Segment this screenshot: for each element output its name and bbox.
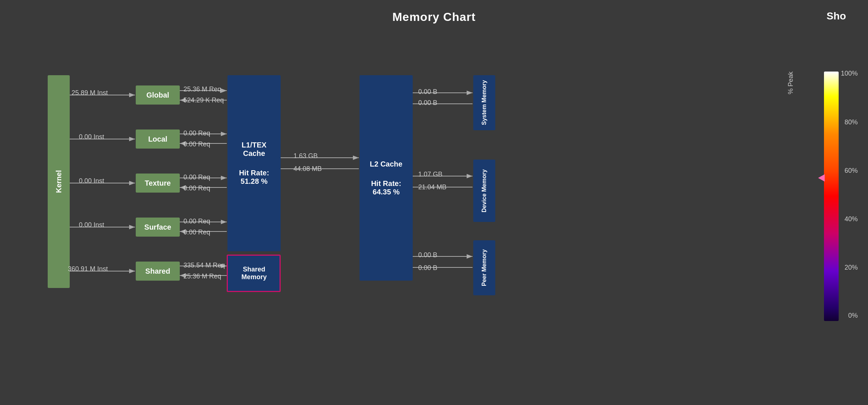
shared-memory-line2: Memory [241, 273, 267, 281]
l1-l2-label-1: 1.63 GB [293, 152, 318, 160]
color-bar [824, 72, 839, 321]
sys-mem-label-2: 0.00 B [418, 99, 437, 107]
legend-label-60: 60% [845, 167, 858, 175]
shared-box: Shared [136, 262, 180, 281]
legend-label-20: 20% [845, 264, 858, 271]
sys-mem-label-1: 0.00 B [418, 88, 437, 96]
page-title-right: Sho [827, 10, 846, 22]
inst-local-label: 0.00 Inst [79, 133, 104, 141]
req-shared-2-label: 25.36 M Req [183, 273, 221, 280]
inst-texture-label: 0.00 Inst [79, 177, 104, 185]
inst-surface-label: 0.00 Inst [79, 221, 104, 229]
local-box: Local [136, 129, 180, 149]
l2-cache-block: L2 Cache Hit Rate: 64.35 % [360, 75, 413, 281]
req-texture-1-label: 0.00 Req [183, 174, 210, 181]
legend-label-100: 100% [841, 70, 858, 77]
global-box: Global [136, 85, 180, 105]
surface-box: Surface [136, 218, 180, 237]
req-surface-1-label: 0.00 Req [183, 218, 210, 225]
inst-shared-label: 360.91 M Inst [68, 265, 108, 273]
legend-title: % Peak [787, 72, 795, 94]
dev-mem-label-1: 1.07 GB [418, 171, 442, 178]
l2-line2: Hit Rate: [371, 179, 401, 188]
arrows-overlay [0, 31, 868, 391]
req-global-1-label: 25.36 M Req [183, 85, 221, 93]
kernel-block: Kernel [48, 75, 70, 288]
l1tex-line4: 51.28 % [241, 177, 267, 186]
req-local-2-label: 0.00 Req [183, 141, 210, 148]
l2-line3: 64.35 % [373, 188, 400, 196]
req-global-2-label: 524.29 K Req [183, 96, 224, 104]
req-shared-1-label: 335.54 M Req [183, 262, 225, 269]
l1-l2-label-2: 44.08 MB [293, 165, 322, 173]
shared-memory-block: Shared Memory [227, 255, 281, 292]
page-title: Memory Chart [0, 0, 868, 31]
peer-mem-label-1: 0.00 B [418, 251, 437, 259]
req-texture-2-label: 0.00 Req [183, 185, 210, 192]
legend-label-0: 0% [848, 312, 858, 320]
l1tex-line2: Cache [243, 149, 265, 158]
peak-marker [818, 174, 825, 182]
l1tex-line3: Hit Rate: [239, 169, 269, 177]
shared-memory-line1: Shared [243, 266, 265, 273]
l2-line1: L2 Cache [370, 160, 402, 168]
dev-mem-label-2: 21.04 MB [418, 183, 446, 191]
l1tex-line1: L1/TEX [242, 141, 267, 149]
peer-memory-block: Peer Memory [473, 240, 495, 295]
req-surface-2-label: 0.00 Req [183, 229, 210, 236]
legend-label-40: 40% [845, 215, 858, 223]
l1tex-cache-block: L1/TEX Cache Hit Rate: 51.28 % [227, 75, 281, 251]
system-memory-block: System Memory [473, 75, 495, 130]
device-memory-block: Device Memory [473, 160, 495, 222]
peer-mem-label-2: 0.00 B [418, 264, 437, 272]
inst-global-label: 25.89 M Inst [72, 89, 108, 97]
req-local-1-label: 0.00 Req [183, 129, 210, 137]
legend-label-80: 80% [845, 118, 858, 126]
texture-box: Texture [136, 174, 180, 193]
